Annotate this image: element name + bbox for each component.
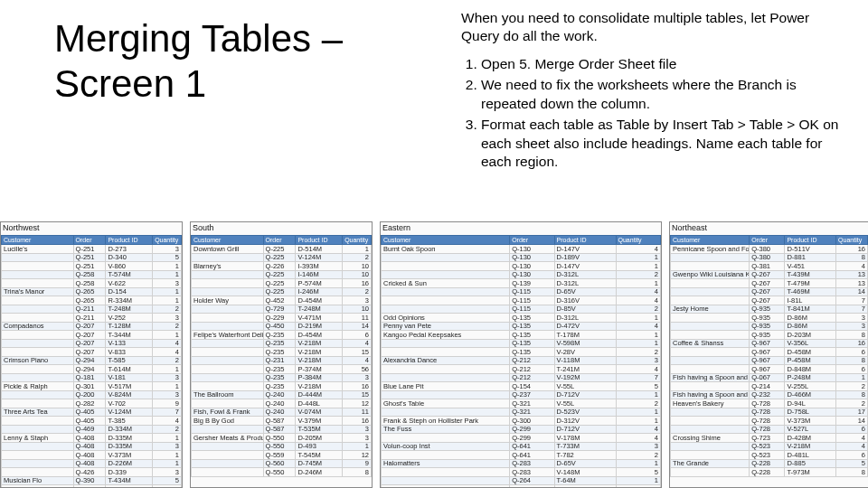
column-header: Product ID <box>554 236 616 245</box>
table-cell: V-252 <box>106 314 153 323</box>
table-cell: Q-212 <box>510 365 554 374</box>
table-cell: 4 <box>836 262 868 271</box>
table-cell: Q-226 <box>263 262 296 271</box>
table-cell: 1 <box>616 408 660 417</box>
table-cell: Q-225 <box>263 270 296 279</box>
table-cell <box>671 348 750 357</box>
table-row: Q-225V-124M2 <box>192 253 372 262</box>
table-cell: R-334M <box>106 296 153 305</box>
region-screenshot-south: SouthCustomerOrderProduct IDQuantityDown… <box>190 221 373 488</box>
table-row: Q-258T-574M1 <box>2 270 182 279</box>
table-cell: 2 <box>616 305 660 314</box>
table-cell: V-192M <box>554 373 616 382</box>
table-cell: 2 <box>343 253 372 262</box>
table-cell <box>192 322 264 331</box>
table-cell: 10 <box>343 305 372 314</box>
table-cell: 8 <box>836 253 868 262</box>
slide-body: When you need to consolidate multiple ta… <box>461 9 850 174</box>
table-cell: Q-935 <box>750 314 785 323</box>
table-cell: 4 <box>343 356 372 365</box>
table-cell: D-154 <box>106 287 153 296</box>
table-cell: V-356L <box>785 339 836 348</box>
table-cell: 3 <box>153 314 182 323</box>
table-cell: Holder Way <box>192 296 264 305</box>
table-cell: T-128M <box>106 322 153 331</box>
table-cell <box>671 408 750 417</box>
table-cell: Q-225 <box>263 287 296 296</box>
table-cell: 7 <box>616 373 660 382</box>
table-row: Q-550D-4931 <box>192 442 372 451</box>
table-cell: D-334M <box>106 425 153 434</box>
table-cell <box>671 356 750 365</box>
table-row: Ghost's TableQ-321V-55L2 <box>382 399 661 408</box>
table-cell: Q-225 <box>263 279 296 288</box>
table-row: Q-426D-3393 <box>2 468 182 477</box>
table-cell: V-218M <box>296 339 343 348</box>
table-row: Q-115D-316V4 <box>382 296 661 305</box>
table-cell: 2 <box>153 356 182 365</box>
table-cell: D-65V <box>554 287 616 296</box>
title-line-2: Screen 1 <box>54 62 206 105</box>
table-row: Burnt Oak SpoonQ-130D-147V4 <box>382 245 661 254</box>
table-cell: D-339 <box>106 468 153 477</box>
table-cell: Q-115 <box>510 305 554 314</box>
table-cell: 12 <box>343 451 372 460</box>
table-cell <box>382 262 510 271</box>
table-row: Q-235V-218M15 <box>192 348 372 357</box>
table-cell: Q-130 <box>510 253 554 262</box>
table-cell: D-466M <box>785 390 836 399</box>
table-row: Q-408V-373M1 <box>2 451 182 460</box>
table-row: Q-251V-8601 <box>2 262 182 271</box>
table-row: Lucille'sQ-251D-2733 <box>2 245 182 254</box>
table-cell: 6 <box>836 451 868 460</box>
table-row: Trina's ManorQ-265D-1541 <box>2 287 182 296</box>
table-cell <box>2 262 74 271</box>
table-cell: Q-408 <box>73 459 106 468</box>
table-cell: Cricked & Sun <box>382 279 510 288</box>
table-cell: D-885 <box>785 459 836 468</box>
table-cell: V-118M <box>554 356 616 365</box>
table-cell: 1 <box>153 451 182 460</box>
table-cell: V-55L <box>554 399 616 408</box>
table-cell: Q-251 <box>73 245 106 254</box>
table-cell <box>382 390 510 399</box>
table-cell: 4 <box>616 434 660 443</box>
table-cell: 3 <box>153 442 182 451</box>
table-row: CompadanosQ-207T-128M2 <box>2 322 182 331</box>
table-row: Q-228T-973M8 <box>671 468 868 477</box>
table-cell <box>382 348 510 357</box>
steps-list: Open 5. Merge Order Sheet file We need t… <box>481 55 850 172</box>
table-cell: 16 <box>836 245 868 254</box>
table-cell: D-848M <box>785 365 836 374</box>
table-row: Q-200V-824M3 <box>2 390 182 399</box>
table-cell: 2 <box>836 399 868 408</box>
table-cell: Q-130 <box>510 245 554 254</box>
table-cell: Gwenpo Wiki Louisiana Kitchen <box>671 270 750 279</box>
table-row: Q-235V-218M16 <box>192 382 372 391</box>
table-cell: Q-967 <box>750 365 785 374</box>
table-cell: P-458M <box>785 356 836 365</box>
table-cell: Blarney's <box>192 262 264 271</box>
table-cell: D-472V <box>554 322 616 331</box>
table-cell: Q-282 <box>73 399 106 408</box>
table-cell <box>2 390 74 399</box>
table-cell: 56 <box>343 365 372 374</box>
table-cell: Fish, Fowl & Frank <box>192 408 264 417</box>
table-cell: D-312L <box>554 314 616 323</box>
table-cell <box>382 305 510 314</box>
table-cell: D-340 <box>106 253 153 262</box>
table-cell: 1 <box>616 459 660 468</box>
table-row: Q-935D-86M3 <box>671 314 868 323</box>
table-cell: 1 <box>616 476 660 485</box>
table-row: Pennicane Spoon and ForkQ-380D-511V16 <box>671 245 868 254</box>
table-cell <box>671 296 750 305</box>
table-cell: The Fuss <box>382 425 510 434</box>
table-cell: Q-228 <box>750 468 785 477</box>
table-cell <box>192 348 264 357</box>
column-header: Product ID <box>296 236 343 245</box>
table-cell: Q-130 <box>510 262 554 271</box>
table-cell: D-147V <box>554 245 616 254</box>
table-cell: Q-728 <box>750 408 785 417</box>
table-cell: T-248M <box>296 305 343 314</box>
table-cell: T-733M <box>554 442 616 451</box>
